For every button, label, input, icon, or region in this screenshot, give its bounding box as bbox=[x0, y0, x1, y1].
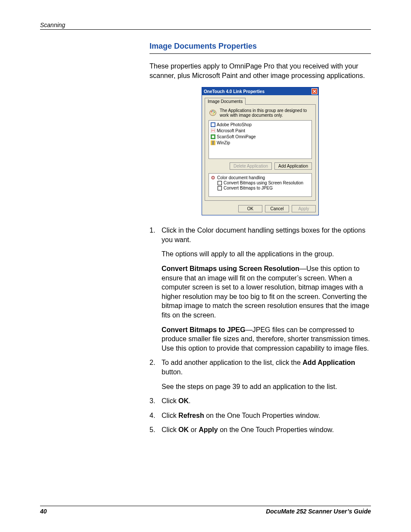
step-text: . bbox=[189, 397, 190, 404]
dialog-titlebar: OneTouch 4.0 Link Properties bbox=[202, 87, 318, 95]
svg-rect-6 bbox=[212, 123, 215, 126]
app-name: Adobe PhotoShop bbox=[217, 122, 252, 127]
step-text: The options will apply to all the applic… bbox=[162, 249, 371, 259]
delete-application-button[interactable]: Delete Application bbox=[230, 162, 272, 170]
option-label: Convert Bitmaps to JPEG bbox=[224, 186, 273, 190]
options-box: Color document handling Convert Bitmaps … bbox=[209, 173, 312, 197]
step-text: To add another application to the list, … bbox=[162, 359, 302, 366]
option-label: Convert Bitmaps using Screen Resolution bbox=[224, 180, 303, 185]
app-name: Microsoft Paint bbox=[217, 128, 245, 133]
list-item[interactable]: ScanSoft OmniPage bbox=[211, 134, 310, 140]
gear-icon bbox=[211, 175, 215, 180]
app-name: WinZip bbox=[217, 140, 230, 145]
svg-point-4 bbox=[213, 113, 214, 115]
palette-icon bbox=[209, 108, 217, 117]
app-icon bbox=[211, 122, 215, 127]
step-text: Click in the Color document handling set… bbox=[162, 227, 365, 243]
list-item[interactable]: Microsoft Paint bbox=[211, 128, 310, 134]
svg-point-3 bbox=[214, 112, 215, 113]
step-text: See the steps on page 39 to add an appli… bbox=[162, 382, 371, 392]
page-number: 40 bbox=[40, 508, 47, 515]
app-icon bbox=[211, 128, 215, 133]
svg-rect-9 bbox=[212, 135, 215, 138]
term: Convert Bitmaps using Screen Resolution bbox=[162, 265, 299, 272]
page-footer: 40 DocuMate 252 Scanner User’s Guide bbox=[40, 506, 371, 515]
checkbox-jpeg[interactable] bbox=[218, 186, 222, 190]
ui-ref: Add Application bbox=[302, 359, 355, 366]
checkbox-screen-resolution[interactable] bbox=[218, 181, 222, 185]
step-text: or bbox=[189, 426, 199, 433]
tab-image-documents[interactable]: Image Documents bbox=[205, 98, 246, 105]
cancel-button[interactable]: Cancel bbox=[265, 205, 289, 212]
ui-ref: OK bbox=[178, 397, 189, 404]
options-heading: Color document handling bbox=[217, 175, 265, 180]
step-text: Click bbox=[162, 397, 178, 404]
term: Convert Bitmaps to JPEG bbox=[162, 326, 246, 333]
add-application-button[interactable]: Add Application bbox=[274, 162, 312, 170]
intro-paragraph: These properties apply to OmniPage Pro t… bbox=[149, 62, 371, 80]
list-item[interactable]: WinZip bbox=[211, 140, 310, 146]
link-properties-dialog: OneTouch 4.0 Link Properties Image Docum… bbox=[202, 87, 319, 215]
definition: —Use this option to ensure that an image… bbox=[162, 265, 369, 319]
group-description: The Applications in this group are desig… bbox=[220, 108, 312, 118]
step-text: Click bbox=[162, 426, 178, 433]
ok-button[interactable]: OK bbox=[238, 205, 262, 212]
app-icon bbox=[211, 134, 215, 139]
running-header: Scanning bbox=[40, 22, 371, 30]
step-text: Convert Bitmaps using Screen Resolution—… bbox=[162, 264, 371, 320]
step-text: button. bbox=[162, 368, 183, 376]
tab-panel: The Applications in this group are desig… bbox=[205, 104, 316, 201]
app-name: ScanSoft OmniPage bbox=[217, 134, 256, 139]
step-5: Click OK or Apply on the One Touch Prope… bbox=[149, 425, 371, 435]
step-4: Click Refresh on the One Touch Propertie… bbox=[149, 411, 371, 420]
ui-ref: Refresh bbox=[178, 412, 204, 419]
section-heading: Image Documents Properties bbox=[149, 42, 371, 54]
step-text: on the One Touch Properties window. bbox=[218, 426, 334, 433]
svg-point-1 bbox=[211, 111, 212, 112]
ui-ref: Apply bbox=[199, 426, 218, 433]
step-1: Click in the Color document handling set… bbox=[149, 226, 371, 353]
steps-list: Click in the Color document handling set… bbox=[149, 226, 371, 435]
close-icon[interactable] bbox=[311, 88, 318, 94]
step-2: To add another application to the list, … bbox=[149, 358, 371, 391]
ui-ref: OK bbox=[178, 426, 189, 433]
application-list[interactable]: Adobe PhotoShop Microsoft Paint ScanSoft… bbox=[209, 120, 312, 159]
step-text: Convert Bitmaps to JPEG—JPEG files can b… bbox=[162, 325, 371, 353]
step-text: on the One Touch Properties window. bbox=[204, 412, 320, 419]
svg-point-2 bbox=[212, 111, 214, 112]
app-icon bbox=[211, 140, 215, 145]
book-title: DocuMate 252 Scanner User’s Guide bbox=[266, 508, 371, 515]
apply-button[interactable]: Apply bbox=[292, 205, 316, 212]
list-item[interactable]: Adobe PhotoShop bbox=[211, 121, 310, 128]
step-text: Click bbox=[162, 412, 178, 419]
dialog-title: OneTouch 4.0 Link Properties bbox=[204, 89, 265, 94]
svg-point-13 bbox=[212, 177, 214, 178]
step-3: Click OK. bbox=[149, 396, 371, 406]
svg-rect-11 bbox=[212, 141, 214, 145]
